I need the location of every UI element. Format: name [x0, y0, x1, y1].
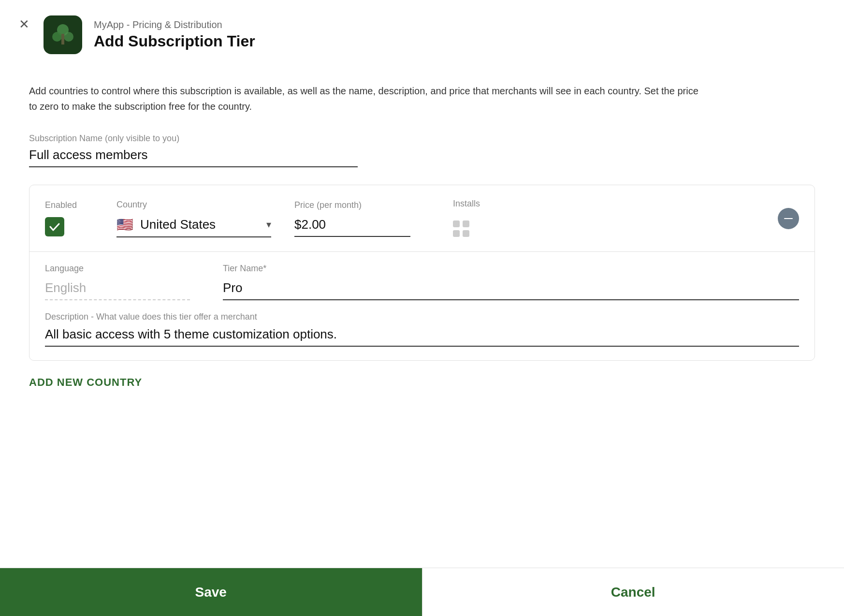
installs-dot-4: [463, 230, 469, 237]
page-title: Add Subscription Tier: [94, 32, 255, 50]
enabled-label: Enabled: [45, 200, 77, 210]
svg-point-2: [64, 32, 73, 42]
intro-description: Add countries to control where this subs…: [29, 83, 706, 114]
language-column: Language: [45, 264, 200, 300]
save-button[interactable]: Save: [0, 568, 422, 616]
app-subtitle: MyApp - Pricing & Distribution: [94, 19, 255, 30]
tier-name-input[interactable]: [223, 280, 799, 300]
country-row: Enabled Country 🇺🇸 United States ▾: [29, 185, 815, 252]
installs-dot-3: [453, 230, 460, 237]
remove-country-button[interactable]: [778, 208, 799, 229]
country-select[interactable]: 🇺🇸 United States ▾: [116, 217, 271, 237]
price-column: Price (per month): [294, 200, 430, 237]
description-row: Description - What value does this tier …: [29, 312, 815, 360]
add-new-country-button[interactable]: ADD NEW COUNTRY: [29, 372, 142, 393]
enabled-checkbox[interactable]: [45, 217, 64, 236]
price-label: Price (per month): [294, 200, 430, 210]
header: MyApp - Pricing & Distribution Add Subsc…: [0, 0, 844, 68]
cancel-button[interactable]: Cancel: [422, 568, 844, 616]
description-field-label: Description - What value does this tier …: [45, 312, 799, 322]
content-area: Add countries to control where this subs…: [0, 68, 844, 568]
footer: Save Cancel: [0, 568, 844, 616]
installs-column: Installs: [453, 199, 521, 238]
language-label: Language: [45, 264, 200, 274]
tier-name-column: Tier Name*: [223, 264, 799, 300]
modal-container: ✕ MyApp - Pricing & Distribution Add Sub…: [0, 0, 844, 616]
price-input[interactable]: [294, 217, 410, 237]
subscription-name-group: Subscription Name (only visible to you): [29, 133, 815, 167]
country-flag: 🇺🇸: [116, 217, 133, 233]
installs-dot-1: [453, 220, 460, 227]
svg-rect-3: [61, 34, 64, 44]
language-input[interactable]: [45, 280, 190, 300]
subscription-name-input[interactable]: [29, 147, 358, 167]
enabled-column: Enabled: [45, 200, 93, 236]
installs-label: Installs: [453, 199, 521, 209]
country-label: Country: [116, 200, 271, 210]
description-input[interactable]: [45, 327, 799, 347]
country-name: United States: [140, 217, 260, 232]
tier-name-label: Tier Name*: [223, 264, 799, 274]
chevron-down-icon: ▾: [266, 219, 271, 230]
country-column: Country 🇺🇸 United States ▾: [116, 200, 271, 237]
subscription-name-label: Subscription Name (only visible to you): [29, 133, 815, 144]
svg-rect-4: [784, 218, 793, 219]
installs-dot-2: [463, 220, 469, 227]
app-icon: [44, 15, 82, 54]
close-button[interactable]: ✕: [14, 14, 35, 35]
installs-icon: [453, 220, 470, 238]
header-text: MyApp - Pricing & Distribution Add Subsc…: [94, 19, 255, 50]
svg-point-1: [52, 32, 62, 42]
language-row: Language Tier Name*: [29, 252, 815, 312]
country-card: Enabled Country 🇺🇸 United States ▾: [29, 185, 815, 361]
